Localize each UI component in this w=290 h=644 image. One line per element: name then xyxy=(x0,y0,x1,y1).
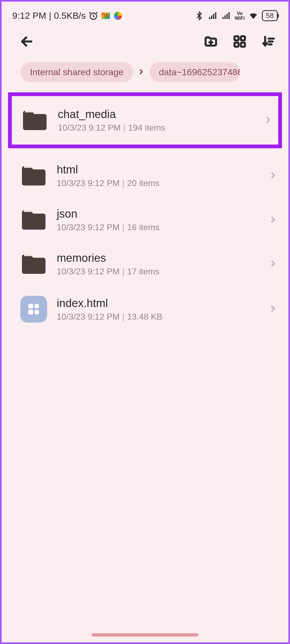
svg-point-12 xyxy=(34,310,39,315)
file-text: memories 10/3/23 9:12 PM|17 items xyxy=(57,252,259,276)
chevron-right-icon xyxy=(269,304,278,314)
sort-button[interactable] xyxy=(260,32,278,51)
html-file-icon xyxy=(20,296,47,323)
status-bar: 9:12 PM | 0.5KB/s VoWiFi 58 xyxy=(2,2,288,26)
gesture-bar[interactable] xyxy=(91,633,199,637)
chevron-right-icon xyxy=(264,115,273,126)
back-button[interactable] xyxy=(18,32,36,51)
file-text: chat_media 10/3/23 9:12 PM|194 items xyxy=(58,108,254,133)
folder-icon xyxy=(20,253,47,276)
file-row-index-html[interactable]: index.html 10/3/23 9:12 PM|13.48 KB xyxy=(2,286,288,332)
alarm-icon xyxy=(89,11,98,21)
new-folder-button[interactable] xyxy=(202,32,220,51)
file-meta: 10/3/23 9:12 PM|20 items xyxy=(57,178,259,188)
gmail-icon xyxy=(101,11,110,21)
status-separator: | xyxy=(49,10,51,21)
svg-rect-4 xyxy=(241,43,245,47)
svg-rect-6 xyxy=(24,166,32,168)
file-name: index.html xyxy=(57,297,259,310)
folder-icon xyxy=(20,209,47,232)
breadcrumb-current[interactable]: data~1696252374862 xyxy=(149,62,240,82)
svg-rect-7 xyxy=(24,210,32,212)
breadcrumb: Internal shared storage data~16962523748… xyxy=(2,57,288,87)
file-meta: 10/3/23 9:12 PM|16 items xyxy=(57,222,259,232)
view-grid-button[interactable] xyxy=(231,32,249,51)
folder-row-json[interactable]: json 10/3/23 9:12 PM|16 items xyxy=(2,198,288,242)
svg-rect-9 xyxy=(28,304,33,309)
vowifi-icon: VoWiFi xyxy=(235,11,245,21)
battery-indicator: 58 xyxy=(262,10,278,21)
file-meta: 10/3/23 9:12 PM|17 items xyxy=(57,267,259,276)
signal-2-icon xyxy=(221,11,231,21)
svg-rect-5 xyxy=(25,111,33,112)
svg-rect-8 xyxy=(24,255,32,256)
app-bar xyxy=(2,26,288,57)
chevron-right-icon xyxy=(269,259,278,269)
svg-rect-11 xyxy=(28,310,33,315)
file-name: json xyxy=(57,207,259,220)
google-photos-icon xyxy=(113,11,123,21)
folder-row-chat-media[interactable]: chat_media 10/3/23 9:12 PM|194 items xyxy=(8,92,282,148)
status-right: VoWiFi 58 xyxy=(194,10,278,21)
wifi-icon xyxy=(249,11,258,21)
signal-1-icon xyxy=(208,11,218,21)
file-text: index.html 10/3/23 9:12 PM|13.48 KB xyxy=(57,297,259,322)
svg-point-10 xyxy=(34,304,39,309)
folder-icon xyxy=(21,109,48,132)
file-name: memories xyxy=(57,252,259,264)
breadcrumb-root[interactable]: Internal shared storage xyxy=(20,62,133,82)
chevron-right-icon xyxy=(269,171,278,181)
file-text: html 10/3/23 9:12 PM|20 items xyxy=(57,163,259,188)
file-name: html xyxy=(57,163,259,176)
bluetooth-icon xyxy=(194,11,204,21)
folder-row-memories[interactable]: memories 10/3/23 9:12 PM|17 items xyxy=(2,242,288,286)
file-meta: 10/3/23 9:12 PM|13.48 KB xyxy=(57,312,259,322)
file-text: json 10/3/23 9:12 PM|16 items xyxy=(57,207,259,232)
status-time: 9:12 PM xyxy=(12,10,46,21)
file-list: chat_media 10/3/23 9:12 PM|194 items htm… xyxy=(2,87,288,332)
folder-icon xyxy=(20,164,47,187)
file-meta: 10/3/23 9:12 PM|194 items xyxy=(58,123,254,133)
folder-row-html[interactable]: html 10/3/23 9:12 PM|20 items xyxy=(2,154,288,198)
status-net-speed: 0.5KB/s xyxy=(54,10,86,21)
svg-rect-3 xyxy=(235,43,239,47)
file-name: chat_media xyxy=(58,108,254,121)
svg-rect-1 xyxy=(235,36,239,40)
status-left: 9:12 PM | 0.5KB/s xyxy=(12,10,123,21)
svg-rect-2 xyxy=(241,36,245,40)
chevron-right-icon xyxy=(269,215,278,225)
chevron-right-icon xyxy=(138,68,145,77)
